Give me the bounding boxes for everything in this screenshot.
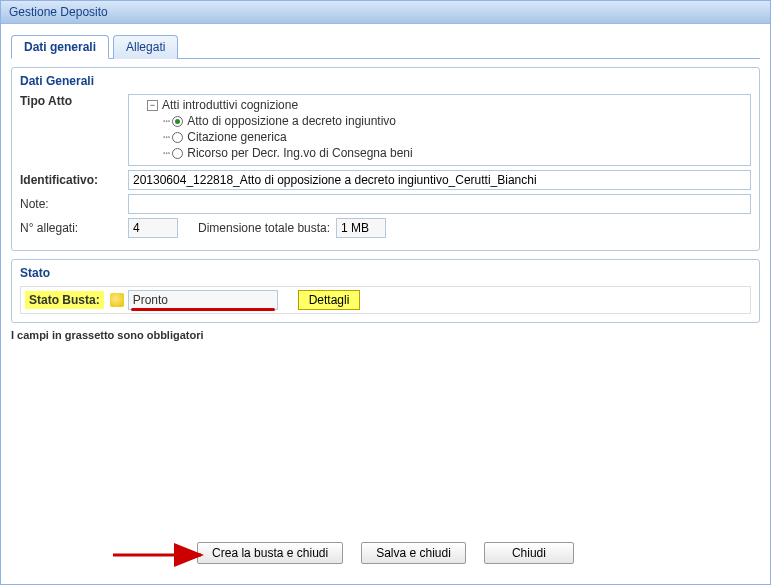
tree-option-label: Atto di opposizione a decreto ingiuntivo: [187, 114, 396, 128]
stato-row: Stato Busta: Pronto Dettagli: [20, 286, 751, 314]
tree-connector-icon: ⋯: [163, 114, 170, 128]
label-identificativo: Identificativo:: [20, 173, 128, 187]
window: Gestione Deposito Dati generali Allegati…: [0, 0, 771, 585]
label-stato-busta: Stato Busta:: [25, 291, 104, 309]
fieldset-title-dati: Dati Generali: [20, 74, 94, 88]
required-note: I campi in grassetto sono obbligatori: [11, 329, 760, 341]
button-bar: Crea la busta e chiudi Salva e chiudi Ch…: [11, 532, 760, 578]
tree-root-node[interactable]: − Atti introduttivi cognizione: [133, 97, 746, 113]
radio-icon[interactable]: [172, 148, 183, 159]
input-n-allegati: [128, 218, 178, 238]
tab-allegati[interactable]: Allegati: [113, 35, 178, 59]
tab-dati-generali[interactable]: Dati generali: [11, 35, 109, 59]
input-note[interactable]: [128, 194, 751, 214]
radio-icon[interactable]: [172, 116, 183, 127]
tree-collapse-icon[interactable]: −: [147, 100, 158, 111]
value-stato-busta: Pronto: [128, 290, 278, 310]
label-note: Note:: [20, 197, 128, 211]
input-dimensione: [336, 218, 386, 238]
tree-connector-icon: ⋯: [163, 130, 170, 144]
fieldset-stato: Stato Stato Busta: Pronto Dettagli: [11, 259, 760, 323]
label-dimensione: Dimensione totale busta:: [198, 221, 330, 235]
label-tipo-atto: Tipo Atto: [20, 94, 128, 108]
button-salva[interactable]: Salva e chiudi: [361, 542, 466, 564]
tipo-atto-tree[interactable]: − Atti introduttivi cognizione ⋯ Atto di…: [128, 94, 751, 166]
tree-option[interactable]: ⋯ Atto di opposizione a decreto ingiunti…: [163, 113, 746, 129]
tree-root-label: Atti introduttivi cognizione: [162, 98, 298, 112]
tree-connector-icon: ⋯: [163, 146, 170, 160]
input-identificativo[interactable]: [128, 170, 751, 190]
fieldset-dati-generali: Dati Generali Tipo Atto − Atti introdutt…: [11, 67, 760, 251]
button-crea-busta[interactable]: Crea la busta e chiudi: [197, 542, 343, 564]
tree-option[interactable]: ⋯ Ricorso per Decr. Ing.vo di Consegna b…: [163, 145, 746, 161]
envelope-icon: [110, 293, 124, 307]
fieldset-title-stato: Stato: [20, 266, 50, 280]
tree-option[interactable]: ⋯ Citazione generica: [163, 129, 746, 145]
button-chiudi[interactable]: Chiudi: [484, 542, 574, 564]
tab-strip: Dati generali Allegati: [11, 34, 760, 59]
radio-icon[interactable]: [172, 132, 183, 143]
button-dettagli[interactable]: Dettagli: [298, 290, 361, 310]
content-area: Dati generali Allegati Dati Generali Tip…: [1, 24, 770, 584]
window-title: Gestione Deposito: [1, 1, 770, 24]
arrow-annotation-icon: [111, 543, 211, 567]
tree-option-label: Ricorso per Decr. Ing.vo di Consegna ben…: [187, 146, 412, 160]
label-n-allegati: N° allegati:: [20, 221, 128, 235]
tree-option-label: Citazione generica: [187, 130, 286, 144]
